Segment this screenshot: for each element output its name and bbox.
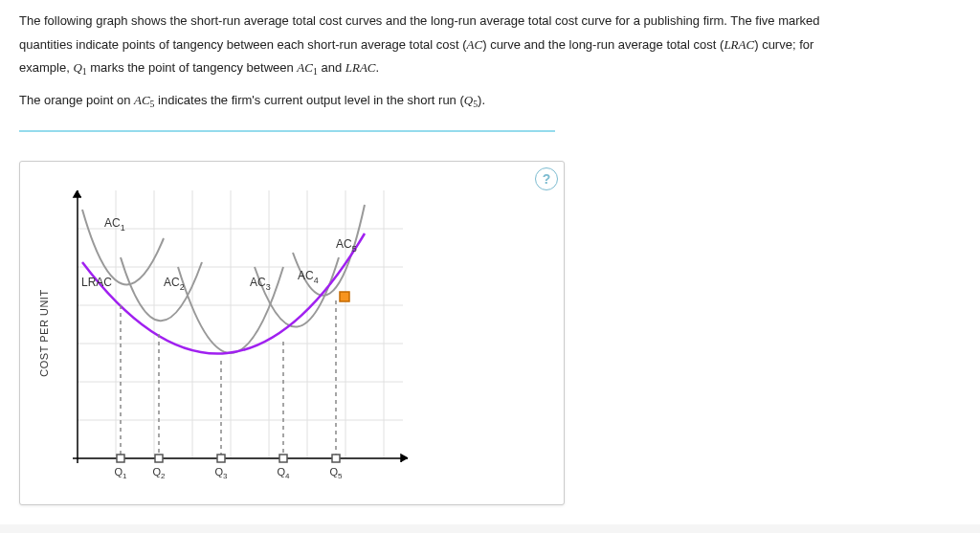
- tangency-q1: [117, 455, 124, 462]
- lrac-label: LRAC: [81, 276, 112, 289]
- text: ) curve; for: [754, 37, 813, 52]
- q4-tick: Q4: [277, 466, 290, 480]
- ac-symbol: AC: [467, 37, 483, 52]
- ac-symbol: AC: [297, 60, 313, 75]
- text: ) curve and the long-run average total c…: [482, 37, 724, 52]
- q2-tick: Q2: [152, 466, 166, 480]
- q-symbol: Q: [464, 93, 473, 107]
- text: The following graph shows the short-run …: [19, 13, 820, 28]
- lrac-symbol: LRAC: [724, 37, 754, 52]
- q1-tick: Q1: [114, 466, 127, 480]
- text: .: [376, 60, 380, 75]
- page-container: { "problem": { "p1_a": "The following gr…: [0, 0, 980, 524]
- text: example,: [19, 60, 73, 75]
- arrow-up-icon: [74, 190, 81, 197]
- help-icon: ?: [543, 171, 551, 187]
- text: ).: [478, 93, 485, 107]
- ac5-label: AC5: [336, 237, 357, 254]
- problem-statement: The following graph shows the short-run …: [19, 10, 961, 113]
- chart-area[interactable]: AC1 AC2 AC3 AC4 AC5 LRAC Q1 Q2 Q3 Q4 Q5: [68, 190, 527, 487]
- lrac-curve: [82, 233, 365, 354]
- ac4-label: AC4: [298, 269, 319, 285]
- arrow-right-icon: [401, 455, 408, 462]
- tangency-q2: [155, 455, 163, 462]
- q-symbol: Q: [73, 60, 81, 75]
- ac3-label: AC3: [250, 276, 271, 292]
- text: The orange point on: [19, 93, 134, 107]
- ac4-curve: [255, 257, 339, 327]
- tangency-q3: [217, 455, 225, 462]
- help-button[interactable]: ?: [535, 167, 558, 190]
- graph-card: ? COST PER UNIT: [19, 161, 565, 505]
- tangency-q4: [279, 455, 287, 462]
- q3-tick: Q3: [214, 466, 228, 480]
- text: and: [318, 60, 345, 75]
- current-output-point[interactable]: [340, 292, 349, 301]
- tangency-q5: [332, 455, 340, 462]
- lrac-symbol: LRAC: [345, 60, 376, 75]
- text: indicates the firm's current output leve…: [154, 93, 463, 107]
- ac1-label: AC1: [104, 216, 125, 233]
- ac1-curve: [82, 210, 164, 284]
- separator: [19, 130, 555, 132]
- chart-svg: AC1 AC2 AC3 AC4 AC5 LRAC Q1 Q2 Q3 Q4 Q5: [68, 190, 527, 487]
- text: marks the point of tangency between: [87, 60, 298, 75]
- ac-symbol: AC: [134, 93, 150, 107]
- text: quantities indicate points of tangency b…: [19, 37, 467, 52]
- q5-tick: Q5: [329, 466, 343, 480]
- y-axis-label: COST PER UNIT: [38, 290, 50, 377]
